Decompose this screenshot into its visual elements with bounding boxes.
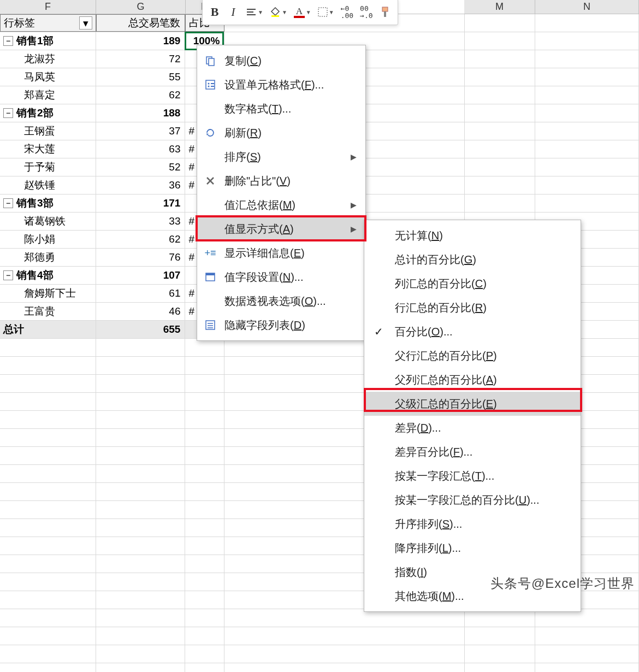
grand-total-value[interactable]: 655 [96,321,186,338]
empty-cell[interactable] [185,411,224,428]
empty-cell[interactable] [0,393,96,410]
item-row[interactable]: 于予菊 [0,158,96,176]
col-header-M[interactable]: M [464,0,535,14]
empty-cell[interactable] [465,104,536,122]
empty-cell[interactable] [185,555,224,573]
item-row[interactable]: 郑德勇 [0,249,96,266]
empty-cell[interactable] [185,537,224,555]
empty-cell[interactable] [185,501,224,518]
group-row[interactable]: −销售3部 [0,194,96,212]
empty-cell[interactable] [185,429,224,446]
empty-cell[interactable] [185,339,224,356]
empty-cell[interactable] [465,158,536,176]
submenu-row-pct[interactable]: 行汇总的百分比(R) [364,296,581,320]
empty-cell[interactable] [465,194,536,212]
empty-cell[interactable] [535,158,639,176]
empty-cell[interactable] [535,14,639,32]
submenu-diff-pct[interactable]: 差异百分比(F)... [364,440,581,464]
empty-cell[interactable] [224,663,464,672]
submenu-rank-asc[interactable]: 升序排列(S)... [364,512,581,536]
menu-field-settings[interactable]: 值字段设置(N)... [197,265,365,289]
empty-cell[interactable] [0,555,96,573]
empty-cell[interactable] [465,122,536,140]
empty-cell[interactable] [0,609,96,627]
item-value[interactable]: 61 [96,285,186,302]
grand-total-label[interactable]: 总计 [0,321,96,338]
item-value[interactable]: 33 [96,213,186,230]
empty-cell[interactable] [0,357,96,374]
empty-cell[interactable] [0,645,96,663]
empty-cell[interactable] [535,140,639,158]
empty-cell[interactable] [96,411,186,428]
empty-cell[interactable] [465,176,536,194]
group-total[interactable]: 189 [96,32,186,50]
item-value[interactable]: 72 [96,50,186,68]
item-value[interactable]: 76 [96,249,186,266]
empty-cell[interactable] [96,483,186,500]
empty-cell[interactable] [465,86,536,104]
bold-button[interactable]: B [207,3,222,21]
submenu-grand-pct[interactable]: 总计的百分比(G) [364,247,581,272]
empty-cell[interactable] [185,447,224,464]
empty-cell[interactable] [96,501,186,518]
group-row[interactable]: −销售2部 [0,104,96,122]
empty-cell[interactable] [224,627,464,645]
empty-cell[interactable] [185,357,224,374]
empty-cell[interactable] [96,465,186,482]
format-painter-button[interactable] [378,3,393,21]
group-total[interactable]: 107 [96,267,186,284]
empty-cell[interactable] [0,411,96,428]
empty-cell[interactable] [0,447,96,464]
menu-summarize-by[interactable]: 值汇总依据(M)▶ [197,193,365,217]
item-row[interactable]: 陈小娟 [0,231,96,248]
item-row[interactable]: 诸葛钢铁 [0,213,96,230]
empty-cell[interactable] [96,609,186,627]
item-value[interactable]: 36 [96,176,186,194]
item-value[interactable]: 46 [96,303,186,320]
empty-cell[interactable] [0,663,96,672]
menu-format-cells[interactable]: 设置单元格格式(F)... [197,73,365,97]
group-total[interactable]: 171 [96,194,186,212]
empty-cell[interactable] [96,573,186,591]
empty-cell[interactable] [465,68,536,86]
empty-cell[interactable] [96,357,186,374]
empty-cell[interactable] [465,627,536,645]
submenu-parent-row-pct[interactable]: 父行汇总的百分比(P) [364,344,581,368]
empty-cell[interactable] [96,555,186,573]
borders-button[interactable]: ▼ [316,3,336,21]
submenu-col-pct[interactable]: 列汇总的百分比(C) [364,272,581,296]
item-row[interactable]: 龙淑芬 [0,50,96,68]
empty-cell[interactable] [535,645,639,663]
collapse-icon[interactable]: − [3,270,13,280]
submenu-pct[interactable]: ✓百分比(O)... [364,320,581,344]
item-row[interactable]: 马凤英 [0,68,96,86]
submenu-diff[interactable]: 差异(D)... [364,416,581,440]
empty-cell[interactable] [535,86,639,104]
empty-cell[interactable] [96,591,186,609]
item-value[interactable]: 62 [96,86,186,104]
empty-cell[interactable] [96,339,186,356]
item-value[interactable]: 37 [96,122,186,140]
empty-cell[interactable] [96,627,186,645]
filter-dropdown-icon[interactable]: ▾ [79,16,92,30]
item-value[interactable]: 52 [96,158,186,176]
empty-cell[interactable] [0,519,96,537]
empty-cell[interactable] [535,663,639,672]
collapse-icon[interactable]: − [3,108,13,118]
empty-cell[interactable] [96,375,186,392]
submenu-no-calc[interactable]: 无计算(N) [364,223,581,247]
submenu-parent-pct[interactable]: 父级汇总的百分比(E) [364,392,581,416]
menu-sort[interactable]: 排序(S)▶ [197,145,365,169]
item-row[interactable]: 王钢蛋 [0,122,96,140]
empty-cell[interactable] [0,501,96,518]
empty-cell[interactable] [465,32,536,50]
empty-cell[interactable] [185,465,224,482]
empty-cell[interactable] [185,645,224,663]
empty-cell[interactable] [465,140,536,158]
empty-cell[interactable] [465,14,536,32]
empty-cell[interactable] [0,591,96,609]
submenu-running-pct[interactable]: 按某一字段汇总的百分比(U)... [364,488,581,512]
empty-cell[interactable] [96,645,186,663]
decrease-decimal-button[interactable]: 00→.0 [358,3,374,21]
empty-cell[interactable] [185,663,224,672]
